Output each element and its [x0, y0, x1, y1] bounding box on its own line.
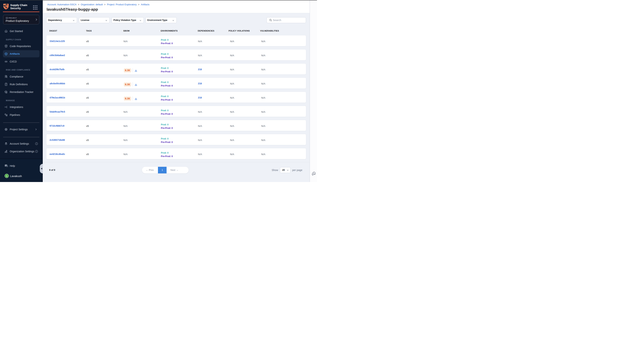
svg-text:?: ? [6, 164, 7, 166]
